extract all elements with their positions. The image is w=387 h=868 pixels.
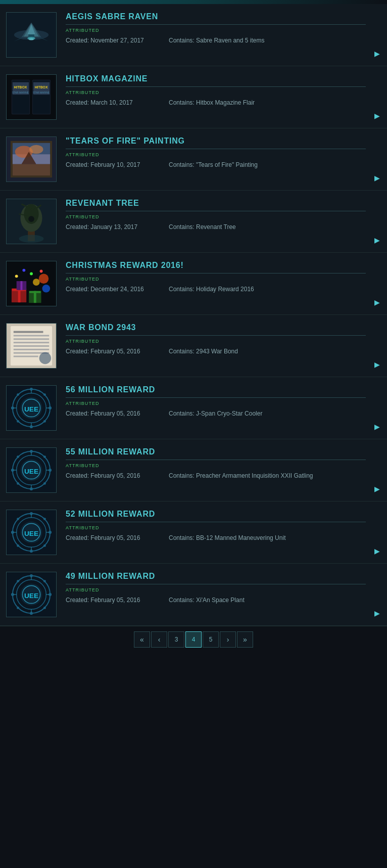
item-thumbnail-55-million-reward: UEE: [6, 447, 57, 493]
svg-rect-63: [14, 349, 49, 350]
svg-point-134: [43, 607, 46, 609]
item-created-55-million-reward: Created: February 05, 2016: [66, 472, 167, 479]
list-item-56-million-reward[interactable]: UEE 56 MILLION REWARD ATTRIBUTED: [0, 377, 387, 439]
item-title-49-million-reward: 49 MILLION REWARD: [66, 572, 366, 581]
svg-point-78: [43, 393, 46, 396]
list-item-revenant-tree[interactable]: REVENANT TREE ATTRIBUTED Created: Januar…: [0, 191, 387, 253]
chevron-right-icon-49-million-reward: ▶: [374, 609, 380, 617]
svg-point-114: [43, 518, 46, 520]
list-item-christmas-reward-2016[interactable]: CHRISTMAS REWARD 2016! ATTRIBUTED Create…: [0, 253, 387, 315]
item-thumbnail-56-million-reward: UEE: [6, 385, 57, 431]
item-created-56-million-reward: Created: February 05, 2016: [66, 410, 167, 417]
list-item-52-million-reward[interactable]: UEE 52 MILLION REWARD ATTRIBUTED: [0, 501, 387, 564]
item-content-war-bond-2943: WAR BOND 2943 ATTRIBUTED Created: Februa…: [66, 323, 381, 369]
svg-point-54: [40, 270, 43, 273]
item-contains-49-million-reward: Contains: Xi'An Space Plant: [169, 597, 245, 604]
svg-rect-60: [14, 338, 49, 340]
svg-point-97: [17, 482, 19, 485]
item-divider-49-million-reward: [66, 584, 366, 584]
item-thumbnail-49-million-reward: UEE: [6, 572, 57, 617]
svg-point-28: [29, 145, 43, 154]
svg-text:UEE: UEE: [24, 592, 38, 600]
item-attributed-56-million-reward: ATTRIBUTED: [66, 401, 366, 406]
svg-point-39: [28, 216, 34, 222]
svg-point-51: [42, 285, 51, 293]
item-attributed-49-million-reward: ATTRIBUTED: [66, 587, 366, 592]
item-created-aegis-sabre-raven: Created: November 27, 2017: [66, 37, 167, 44]
svg-point-131: [17, 580, 19, 582]
pagination-page-3-btn[interactable]: 3: [168, 631, 184, 648]
svg-text:UEE: UEE: [24, 468, 38, 475]
item-thumbnail-tears-of-fire: [6, 136, 57, 182]
item-meta-war-bond-2943: Created: February 05, 2016 Contains: 294…: [66, 348, 366, 355]
list-item-55-million-reward[interactable]: UEE 55 MILLION REWARD ATTRIBUTED: [0, 439, 387, 501]
item-title-hitbox-magazine: HITBOX MAGAZINE: [66, 74, 366, 83]
item-contains-aegis-sabre-raven: Contains: Sabre Raven and 5 items: [169, 37, 264, 44]
list-item-49-million-reward[interactable]: UEE 49 MILLION REWARD ATTRIBUTED: [0, 564, 387, 626]
pagination-page-4-btn[interactable]: 4: [185, 631, 202, 648]
svg-point-38: [19, 235, 44, 243]
item-contains-tears-of-fire: Contains: "Tears of Fire" Painting: [169, 161, 258, 168]
item-created-war-bond-2943: Created: February 05, 2016: [66, 348, 167, 355]
item-contains-52-million-reward: Contains: BB-12 Manned Maneuvering Unit: [169, 534, 285, 541]
svg-point-52: [15, 275, 18, 278]
top-bar: [0, 0, 387, 4]
item-divider-aegis-sabre-raven: [66, 24, 366, 25]
pagination: «‹345›»: [0, 626, 387, 653]
item-meta-christmas-reward-2016: Created: December 24, 2016 Contains: Hol…: [66, 286, 366, 293]
svg-rect-65: [14, 356, 38, 357]
chevron-right-icon-52-million-reward: ▶: [374, 547, 380, 555]
item-attributed-revenant-tree: ATTRIBUTED: [66, 214, 366, 219]
chevron-right-icon-tears-of-fire: ▶: [374, 174, 380, 182]
item-content-hitbox-magazine: HITBOX MAGAZINE ATTRIBUTED Created: Marc…: [66, 74, 381, 120]
item-meta-55-million-reward: Created: February 05, 2016 Contains: Pre…: [66, 472, 366, 479]
item-content-49-million-reward: 49 MILLION REWARD ATTRIBUTED Created: Fe…: [66, 572, 381, 617]
list-item-tears-of-fire[interactable]: "TEARS OF FIRE" PAINTING ATTRIBUTED Crea…: [0, 128, 387, 191]
chevron-right-icon-55-million-reward: ▶: [374, 485, 380, 493]
svg-point-96: [43, 455, 46, 458]
list-item-war-bond-2943[interactable]: WAR BOND 2943 ATTRIBUTED Created: Februa…: [0, 315, 387, 377]
pagination-first-btn[interactable]: «: [134, 631, 150, 648]
svg-point-116: [43, 544, 46, 547]
item-contains-war-bond-2943: Contains: 2943 War Bond: [169, 348, 238, 355]
item-title-revenant-tree: REVENANT TREE: [66, 199, 366, 208]
item-created-tears-of-fire: Created: February 10, 2017: [66, 161, 167, 168]
item-thumbnail-war-bond-2943: [6, 323, 57, 369]
svg-point-55: [22, 269, 25, 272]
item-contains-56-million-reward: Contains: J-Span Cryo-Star Cooler: [169, 410, 262, 417]
pagination-next-btn[interactable]: ›: [220, 631, 236, 648]
svg-point-53: [30, 272, 33, 276]
item-content-christmas-reward-2016: CHRISTMAS REWARD 2016! ATTRIBUTED Create…: [66, 261, 381, 306]
item-title-56-million-reward: 56 MILLION REWARD: [66, 385, 366, 394]
pagination-prev-btn[interactable]: ‹: [151, 631, 167, 648]
item-created-christmas-reward-2016: Created: December 24, 2016: [66, 286, 167, 293]
pagination-last-btn[interactable]: »: [237, 631, 253, 648]
item-divider-revenant-tree: [66, 211, 366, 211]
item-created-52-million-reward: Created: February 05, 2016: [66, 534, 167, 541]
item-created-revenant-tree: Created: January 13, 2017: [66, 223, 167, 231]
item-contains-revenant-tree: Contains: Revenant Tree: [169, 223, 236, 231]
items-list: AEGIS SABRE RAVEN ATTRIBUTED Created: No…: [0, 4, 387, 626]
item-content-52-million-reward: 52 MILLION REWARD ATTRIBUTED Created: Fe…: [66, 510, 381, 555]
svg-text:UEE: UEE: [24, 530, 38, 537]
list-item-aegis-sabre-raven[interactable]: AEGIS SABRE RAVEN ATTRIBUTED Created: No…: [0, 4, 387, 66]
svg-rect-43: [18, 289, 21, 302]
item-attributed-hitbox-magazine: ATTRIBUTED: [66, 90, 366, 95]
svg-rect-62: [14, 345, 49, 347]
svg-point-49: [39, 273, 49, 284]
svg-point-133: [17, 607, 19, 609]
svg-text:STAR MARINE: STAR MARINE: [33, 92, 50, 94]
item-meta-52-million-reward: Created: February 05, 2016 Contains: BB-…: [66, 534, 366, 541]
list-item-hitbox-magazine[interactable]: HITBOX STAR MARINE HITBOX STAR MARINE HI…: [0, 66, 387, 128]
item-title-tears-of-fire: "TEARS OF FIRE" PAINTING: [66, 136, 366, 146]
item-content-56-million-reward: 56 MILLION REWARD ATTRIBUTED Created: Fe…: [66, 385, 381, 431]
pagination-page-5-btn[interactable]: 5: [203, 631, 219, 648]
svg-point-98: [43, 482, 46, 485]
item-created-hitbox-magazine: Created: March 10, 2017: [66, 99, 167, 106]
svg-rect-58: [14, 331, 43, 333]
item-attributed-aegis-sabre-raven: ATTRIBUTED: [66, 28, 366, 33]
item-divider-55-million-reward: [66, 460, 366, 460]
svg-text:HITBOX: HITBOX: [14, 85, 27, 89]
item-title-55-million-reward: 55 MILLION REWARD: [66, 447, 366, 456]
item-meta-tears-of-fire: Created: February 10, 2017 Contains: "Te…: [66, 161, 366, 168]
